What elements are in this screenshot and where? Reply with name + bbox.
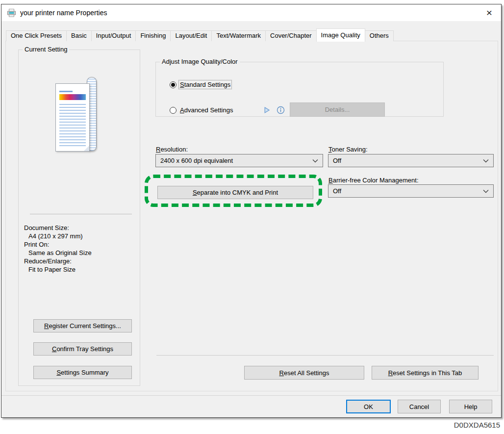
tab-image-quality[interactable]: Image Quality: [316, 28, 365, 42]
separate-into-cmyk-button[interactable]: Separate into CMYK and Print: [157, 186, 313, 199]
barrier-free-value: Off: [333, 187, 341, 195]
radio-selected-icon[interactable]: [170, 81, 176, 88]
resolution-label: Resolution:: [156, 146, 188, 153]
resolution-dropdown[interactable]: 2400 x 600 dpi equivalent: [155, 154, 323, 167]
help-button[interactable]: Help: [449, 400, 492, 413]
footer-divider: [1, 395, 501, 396]
tab-one-click-presets[interactable]: One Click Presets: [6, 30, 67, 41]
printer-properties-dialog: your printer name Properties × One Click…: [1, 4, 502, 418]
left-panel-divider: [30, 214, 132, 214]
reset-all-settings-button[interactable]: Reset All Settings: [244, 366, 364, 380]
document-code: D0DXDA5615: [454, 421, 500, 429]
ok-button[interactable]: OK: [346, 400, 391, 413]
reset-settings-in-tab-button[interactable]: Reset Settings in This Tab: [372, 366, 479, 380]
cancel-button[interactable]: Cancel: [398, 400, 441, 413]
resolution-value: 2400 x 600 dpi equivalent: [160, 157, 233, 164]
chevron-down-icon: [483, 189, 489, 193]
page-corner-fold: [84, 146, 89, 151]
current-setting-group-title: Current Setting: [23, 46, 69, 53]
tab-input-output[interactable]: Input/Output: [91, 30, 136, 41]
standard-settings-label: Standard Settings: [179, 80, 231, 89]
details-button: Details...: [290, 102, 385, 117]
chevron-down-icon: [483, 159, 489, 163]
color-bar-graphic: [59, 94, 86, 100]
page-heading-line: [59, 91, 73, 92]
register-current-settings-button[interactable]: Register Current Settings...: [33, 319, 132, 332]
tab-strip: One Click Presets Basic Input/Output Fin…: [6, 28, 393, 41]
standard-settings-radio[interactable]: Standard Settings: [170, 80, 231, 89]
advanced-settings-label: Advanced Settings: [179, 106, 234, 114]
page-graphic: [55, 83, 90, 152]
tab-cover-chapter[interactable]: Cover/Chapter: [265, 30, 317, 41]
toner-saving-value: Off: [333, 157, 341, 164]
tab-text-watermark[interactable]: Text/Watermark: [211, 30, 266, 41]
current-settings-summary: Document Size: A4 (210 x 297 mm) Print O…: [24, 224, 92, 274]
reduce-enlarge-value: Fit to Paper Size: [24, 265, 92, 274]
play-triangle-icon: [263, 106, 271, 114]
barrier-free-label: Barrier-free Color Management:: [328, 177, 419, 184]
radio-unselected-icon[interactable]: [170, 107, 176, 114]
tab-layout-edit[interactable]: Layout/Edit: [170, 30, 212, 41]
screenshot-stage: your printer name Properties × One Click…: [0, 0, 504, 434]
tab-basic[interactable]: Basic: [66, 30, 92, 41]
print-preview-image: [50, 77, 110, 157]
page-text-lines: [59, 104, 86, 147]
right-panel-divider: [156, 355, 494, 356]
advanced-settings-radio[interactable]: Advanced Settings: [170, 106, 234, 114]
print-on-value: Same as Original Size: [24, 249, 92, 257]
barrier-free-dropdown[interactable]: Off: [328, 184, 494, 198]
chevron-down-icon: [312, 159, 318, 163]
confirm-tray-settings-button[interactable]: Confirm Tray Settings: [33, 342, 132, 356]
adjust-image-quality-group-title: Adjust Image Quality/Color: [160, 58, 240, 65]
document-size-value: A4 (210 x 297 mm): [24, 232, 92, 240]
toner-saving-dropdown[interactable]: Off: [328, 154, 494, 167]
toner-saving-label: Toner Saving:: [328, 146, 368, 153]
print-on-label: Print On:: [24, 240, 92, 249]
document-size-label: Document Size:: [24, 224, 92, 232]
tab-finishing[interactable]: Finishing: [135, 30, 171, 41]
tab-others[interactable]: Others: [365, 30, 394, 41]
settings-summary-button[interactable]: Settings Summary: [33, 366, 132, 379]
reduce-enlarge-label: Reduce/Enlarge:: [24, 257, 92, 265]
info-icon[interactable]: [277, 106, 285, 114]
